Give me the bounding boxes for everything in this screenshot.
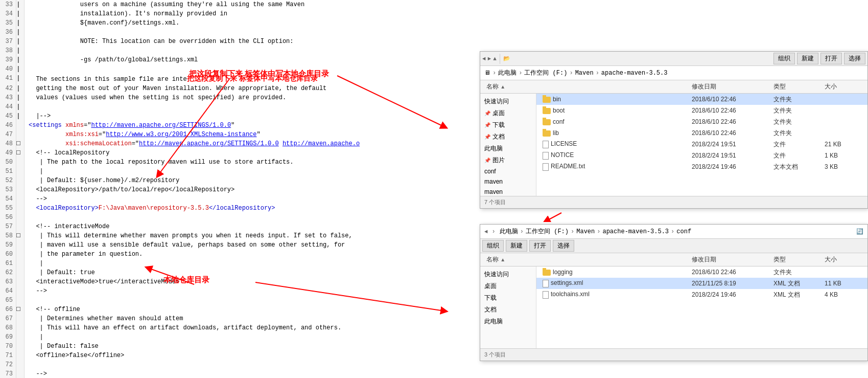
file-size-cell [823,110,863,111]
editor-line: 42| getting the most out of your Maven i… [0,84,373,93]
fe2-organize-btn[interactable]: 组织 [482,240,504,252]
line-number: 37 [0,37,16,46]
fe1-organize-btn[interactable]: 组织 [773,53,795,64]
fe2-bc-this-pc[interactable]: 此电脑 [500,227,518,236]
fe2-sidebar-item[interactable]: 桌面 [480,280,536,292]
fe1-forward-icon[interactable]: ► [488,56,491,62]
line-number: 35 [0,18,16,28]
fe1-bc-this-pc[interactable]: 此电脑 [498,69,517,77]
fe2-file-row[interactable]: settings.xml2021/11/25 8:19XML 文档11 KB [536,278,867,289]
fe1-bc-maven[interactable]: Maven [575,70,594,77]
fe2-sidebar-item[interactable]: 文档 [480,304,536,316]
fe1-file-row[interactable]: README.txt2018/2/24 19:46文本文档3 KB [536,161,867,172]
fe1-file-row[interactable]: LICENSE2018/2/24 19:51文件21 KB [536,139,867,150]
fe2-new-btn[interactable]: 新建 [506,240,527,252]
fe2-sidebar-item[interactable]: 此电脑 [480,316,536,327]
fe1-sidebar-item[interactable]: 📌下载 [480,119,536,131]
fe1-sidebar-item[interactable]: 此电脑 [480,143,536,154]
sidebar-label: maven [484,188,503,195]
line-gutter: | [16,18,25,28]
fe2-bc-workspace[interactable]: 工作空间 (F:) [526,227,569,236]
fe1-breadcrumb-icon: 🖥 [484,69,490,77]
line-number: 66 [0,305,16,314]
fe2-col-name[interactable]: 名称 ▲ [484,254,690,265]
fe1-up-icon[interactable]: ▲ [493,56,497,62]
fe1-sidebar-item[interactable]: maven [480,176,536,187]
fe1-sidebar-item[interactable]: 快速访问 [480,96,536,107]
fe2-select-btn[interactable]: 选择 [553,240,574,252]
editor-line: 52 | Default: ${user.home}/.m2/repositor… [0,176,373,185]
line-number: 52 [0,176,16,185]
fe1-sidebar-item[interactable]: 📌图片 [480,154,536,166]
fe1-new-btn[interactable]: 新建 [797,53,818,64]
fe2-sidebar-item[interactable]: 快速访问 [480,269,536,280]
fe1-sidebar-item[interactable]: 📌桌面 [480,107,536,119]
file-explorer-1: ◄ ► ▲ 📂 组织 新建 打开 选择 🖥 › 此电脑 › 工作空间 (F:) … [480,51,868,209]
line-gutter [16,286,25,296]
line-content: | [25,167,43,176]
line-number: 34 [0,9,16,18]
fe2-refresh-icon[interactable]: 🔄 [856,228,863,235]
line-number: 38 [0,46,16,55]
line-gutter: □ [16,231,25,240]
fe1-file-row[interactable]: boot2018/6/10 22:46文件夹 [536,105,867,116]
fe2-open-btn[interactable]: 打开 [529,240,551,252]
fe2-bc-maven[interactable]: Maven [576,228,595,235]
fe1-open-btn[interactable]: 打开 [820,53,842,64]
fe2-col-size[interactable]: 大小 [823,254,863,265]
line-content [25,46,29,55]
fe2-file-row[interactable]: toolchains.xml2018/2/24 19:46XML 文档4 KB [536,289,867,300]
fe1-select-btn[interactable]: 选择 [844,53,865,64]
line-number: 62 [0,268,16,277]
editor-line: 59 | maven will use a sensible default v… [0,240,373,250]
file-icon [543,141,549,148]
fe1-sidebar-item[interactable]: maven [480,187,536,196]
line-gutter [16,360,25,369]
fe2-sidebar-item[interactable]: 下载 [480,292,536,304]
fe1-bottom-bar: 7 个项目 [480,196,867,208]
fe1-bc-arrow3: › [569,70,573,77]
line-number: 60 [0,250,16,259]
fe1-bc-workspace[interactable]: 工作空间 (F:) [524,69,567,77]
fe2-bc-apache[interactable]: apache-maven-3.5.3 [602,228,669,235]
fe1-file-row[interactable]: NOTICE2018/2/24 19:51文件1 KB [536,150,867,161]
line-gutter: | [16,74,25,84]
fe2-back-icon[interactable]: ◄ [484,229,488,235]
fe1-col-date[interactable]: 修改日期 [690,81,771,92]
line-content: | Determines whether maven should attem [25,314,183,323]
line-number: 73 [0,369,16,378]
line-content: -gs /path/to/global/settings.xml [25,55,198,64]
line-number: 59 [0,240,16,250]
editor-line: 41| The sections in this sample file are… [0,74,373,84]
fe1-col-name[interactable]: 名称 ▲ [484,81,690,92]
pin-icon: 📌 [484,134,490,140]
fe2-col-type[interactable]: 类型 [771,254,823,265]
fe1-back-icon[interactable]: ◄ [482,56,486,62]
fe1-bc-apache[interactable]: apache-maven-3.5.3 [601,70,668,77]
fe1-file-row[interactable]: bin2018/6/10 22:46文件夹 [536,94,867,105]
file-date-cell: 2018/2/24 19:46 [690,291,771,299]
fe1-file-row[interactable]: conf2018/6/10 22:46文件夹 [536,116,867,127]
fe1-col-type[interactable]: 类型 [771,81,823,92]
line-gutter: | [16,37,25,46]
fe1-file-row[interactable]: lib2018/6/10 22:46文件夹 [536,127,867,139]
fe1-sidebar-item[interactable]: 📌文档 [480,131,536,143]
fe1-col-size[interactable]: 大小 [823,81,863,92]
line-content: users on a machine (assuming they're all… [25,0,304,9]
sidebar-label: conf [484,168,496,175]
fe1-sidebar-item[interactable]: conf [480,166,536,176]
pin-icon: 📌 [484,158,490,163]
line-gutter [16,167,25,176]
fe2-col-date[interactable]: 修改日期 [690,254,771,265]
fe2-file-row[interactable]: logging2018/6/10 22:46文件夹 [536,266,867,278]
line-number: 65 [0,296,16,305]
editor-line: 38| [0,46,373,55]
line-gutter [16,342,25,351]
line-number: 53 [0,185,16,194]
line-gutter [16,332,25,342]
editor-line: 70 | Default: false [0,342,373,351]
line-gutter [16,213,25,222]
line-content: The sections in this sample file are int… [25,74,318,84]
fe2-bc-conf[interactable]: conf [676,228,691,235]
line-number: 58 [0,231,16,240]
